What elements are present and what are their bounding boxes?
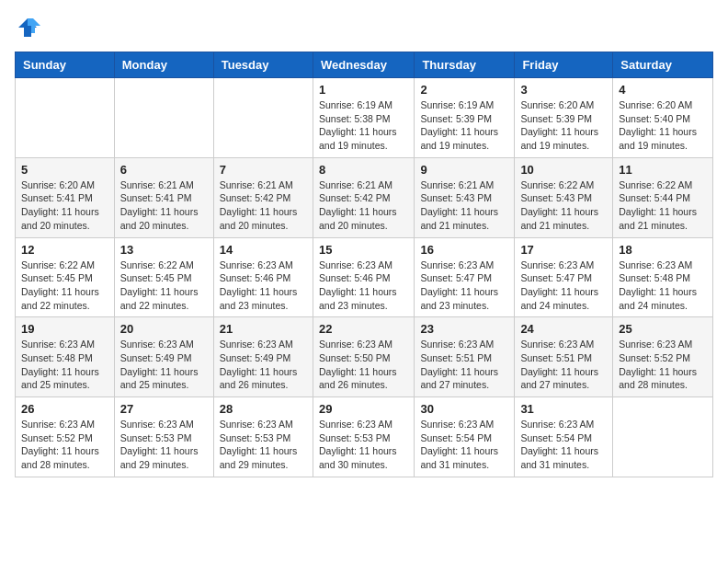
logo: [15, 15, 44, 40]
day-number: 23: [420, 322, 508, 336]
day-info: Sunrise: 6:23 AM Sunset: 5:49 PM Dayligh…: [220, 338, 307, 392]
day-info: Sunrise: 6:23 AM Sunset: 5:50 PM Dayligh…: [319, 338, 408, 392]
day-number: 29: [319, 402, 408, 416]
day-info: Sunrise: 6:23 AM Sunset: 5:51 PM Dayligh…: [520, 338, 607, 392]
day-number: 22: [319, 322, 408, 336]
calendar-week-row: 1Sunrise: 6:19 AM Sunset: 5:38 PM Daylig…: [16, 78, 713, 158]
calendar-cell: 24Sunrise: 6:23 AM Sunset: 5:51 PM Dayli…: [515, 317, 613, 397]
day-number: 31: [520, 402, 607, 416]
calendar-cell: 27Sunrise: 6:23 AM Sunset: 5:53 PM Dayli…: [114, 397, 213, 477]
day-number: 10: [520, 163, 607, 177]
calendar-cell: 3Sunrise: 6:20 AM Sunset: 5:39 PM Daylig…: [515, 78, 613, 158]
day-header-sunday: Sunday: [16, 52, 115, 78]
day-number: 4: [619, 83, 707, 97]
day-info: Sunrise: 6:23 AM Sunset: 5:48 PM Dayligh…: [619, 259, 707, 313]
calendar-cell: 5Sunrise: 6:20 AM Sunset: 5:41 PM Daylig…: [16, 157, 115, 237]
day-number: 26: [21, 402, 108, 416]
day-info: Sunrise: 6:23 AM Sunset: 5:53 PM Dayligh…: [319, 418, 408, 472]
calendar-cell: 23Sunrise: 6:23 AM Sunset: 5:51 PM Dayli…: [415, 317, 515, 397]
calendar-cell: 15Sunrise: 6:23 AM Sunset: 5:46 PM Dayli…: [313, 237, 414, 317]
day-info: Sunrise: 6:23 AM Sunset: 5:51 PM Dayligh…: [420, 338, 508, 392]
day-info: Sunrise: 6:23 AM Sunset: 5:46 PM Dayligh…: [220, 259, 307, 313]
calendar-cell: [613, 397, 713, 477]
calendar-cell: [114, 78, 213, 158]
calendar-cell: 17Sunrise: 6:23 AM Sunset: 5:47 PM Dayli…: [515, 237, 613, 317]
day-info: Sunrise: 6:23 AM Sunset: 5:46 PM Dayligh…: [319, 259, 408, 313]
day-info: Sunrise: 6:23 AM Sunset: 5:48 PM Dayligh…: [21, 338, 108, 392]
calendar-cell: 6Sunrise: 6:21 AM Sunset: 5:41 PM Daylig…: [114, 157, 213, 237]
day-number: 14: [220, 243, 307, 257]
day-number: 7: [220, 163, 307, 177]
calendar-cell: 31Sunrise: 6:23 AM Sunset: 5:54 PM Dayli…: [515, 397, 613, 477]
day-number: 19: [21, 322, 108, 336]
day-number: 24: [520, 322, 607, 336]
calendar-cell: 12Sunrise: 6:22 AM Sunset: 5:45 PM Dayli…: [16, 237, 115, 317]
day-header-monday: Monday: [114, 52, 213, 78]
day-number: 15: [319, 243, 408, 257]
day-number: 6: [120, 163, 208, 177]
calendar-week-row: 5Sunrise: 6:20 AM Sunset: 5:41 PM Daylig…: [16, 157, 713, 237]
day-info: Sunrise: 6:20 AM Sunset: 5:40 PM Dayligh…: [619, 98, 707, 153]
day-info: Sunrise: 6:21 AM Sunset: 5:42 PM Dayligh…: [220, 178, 307, 233]
calendar-cell: 28Sunrise: 6:23 AM Sunset: 5:53 PM Dayli…: [213, 397, 313, 477]
calendar-cell: 8Sunrise: 6:21 AM Sunset: 5:42 PM Daylig…: [313, 157, 414, 237]
day-number: 30: [420, 402, 508, 416]
day-number: 17: [520, 243, 607, 257]
day-info: Sunrise: 6:19 AM Sunset: 5:38 PM Dayligh…: [319, 98, 408, 153]
day-info: Sunrise: 6:23 AM Sunset: 5:54 PM Dayligh…: [520, 418, 607, 472]
calendar-cell: 9Sunrise: 6:21 AM Sunset: 5:43 PM Daylig…: [415, 157, 515, 237]
day-number: 28: [220, 402, 307, 416]
calendar-cell: 30Sunrise: 6:23 AM Sunset: 5:54 PM Dayli…: [415, 397, 515, 477]
calendar-cell: [16, 78, 115, 158]
day-number: 3: [520, 83, 607, 97]
day-header-thursday: Thursday: [415, 52, 515, 78]
day-number: 16: [420, 243, 508, 257]
day-info: Sunrise: 6:21 AM Sunset: 5:43 PM Dayligh…: [420, 178, 508, 233]
day-info: Sunrise: 6:21 AM Sunset: 5:42 PM Dayligh…: [319, 178, 408, 233]
day-number: 12: [21, 243, 108, 257]
day-info: Sunrise: 6:23 AM Sunset: 5:47 PM Dayligh…: [420, 259, 508, 313]
day-info: Sunrise: 6:22 AM Sunset: 5:45 PM Dayligh…: [120, 259, 208, 313]
day-info: Sunrise: 6:19 AM Sunset: 5:39 PM Dayligh…: [420, 98, 508, 153]
day-number: 11: [619, 163, 707, 177]
day-header-tuesday: Tuesday: [213, 52, 313, 78]
calendar-cell: 11Sunrise: 6:22 AM Sunset: 5:44 PM Dayli…: [613, 157, 713, 237]
calendar-cell: 13Sunrise: 6:22 AM Sunset: 5:45 PM Dayli…: [114, 237, 213, 317]
calendar-cell: 7Sunrise: 6:21 AM Sunset: 5:42 PM Daylig…: [213, 157, 313, 237]
calendar-cell: 22Sunrise: 6:23 AM Sunset: 5:50 PM Dayli…: [313, 317, 414, 397]
day-number: 2: [420, 83, 508, 97]
calendar-cell: 25Sunrise: 6:23 AM Sunset: 5:52 PM Dayli…: [613, 317, 713, 397]
day-info: Sunrise: 6:22 AM Sunset: 5:44 PM Dayligh…: [619, 178, 707, 233]
calendar-cell: 1Sunrise: 6:19 AM Sunset: 5:38 PM Daylig…: [313, 78, 414, 158]
calendar-cell: [213, 78, 313, 158]
day-header-friday: Friday: [515, 52, 613, 78]
day-number: 13: [120, 243, 208, 257]
day-number: 18: [619, 243, 707, 257]
calendar-cell: 4Sunrise: 6:20 AM Sunset: 5:40 PM Daylig…: [613, 78, 713, 158]
day-number: 27: [120, 402, 208, 416]
day-info: Sunrise: 6:23 AM Sunset: 5:53 PM Dayligh…: [120, 418, 208, 472]
day-number: 20: [120, 322, 208, 336]
calendar-cell: 14Sunrise: 6:23 AM Sunset: 5:46 PM Dayli…: [213, 237, 313, 317]
calendar-cell: 20Sunrise: 6:23 AM Sunset: 5:49 PM Dayli…: [114, 317, 213, 397]
day-info: Sunrise: 6:22 AM Sunset: 5:45 PM Dayligh…: [21, 259, 108, 313]
calendar-cell: 21Sunrise: 6:23 AM Sunset: 5:49 PM Dayli…: [213, 317, 313, 397]
calendar-cell: 18Sunrise: 6:23 AM Sunset: 5:48 PM Dayli…: [613, 237, 713, 317]
calendar-cell: 26Sunrise: 6:23 AM Sunset: 5:52 PM Dayli…: [16, 397, 115, 477]
calendar-cell: 19Sunrise: 6:23 AM Sunset: 5:48 PM Dayli…: [16, 317, 115, 397]
day-info: Sunrise: 6:23 AM Sunset: 5:52 PM Dayligh…: [21, 418, 108, 472]
calendar-header-row: SundayMondayTuesdayWednesdayThursdayFrid…: [16, 52, 713, 78]
day-info: Sunrise: 6:23 AM Sunset: 5:49 PM Dayligh…: [120, 338, 208, 392]
day-info: Sunrise: 6:23 AM Sunset: 5:53 PM Dayligh…: [220, 418, 307, 472]
day-number: 9: [420, 163, 508, 177]
calendar-cell: 29Sunrise: 6:23 AM Sunset: 5:53 PM Dayli…: [313, 397, 414, 477]
calendar-cell: 2Sunrise: 6:19 AM Sunset: 5:39 PM Daylig…: [415, 78, 515, 158]
day-info: Sunrise: 6:23 AM Sunset: 5:54 PM Dayligh…: [420, 418, 508, 472]
page-header: [15, 15, 713, 40]
calendar-week-row: 26Sunrise: 6:23 AM Sunset: 5:52 PM Dayli…: [16, 397, 713, 477]
calendar-week-row: 12Sunrise: 6:22 AM Sunset: 5:45 PM Dayli…: [16, 237, 713, 317]
calendar-week-row: 19Sunrise: 6:23 AM Sunset: 5:48 PM Dayli…: [16, 317, 713, 397]
day-info: Sunrise: 6:23 AM Sunset: 5:47 PM Dayligh…: [520, 259, 607, 313]
day-number: 5: [21, 163, 108, 177]
day-header-saturday: Saturday: [613, 52, 713, 78]
